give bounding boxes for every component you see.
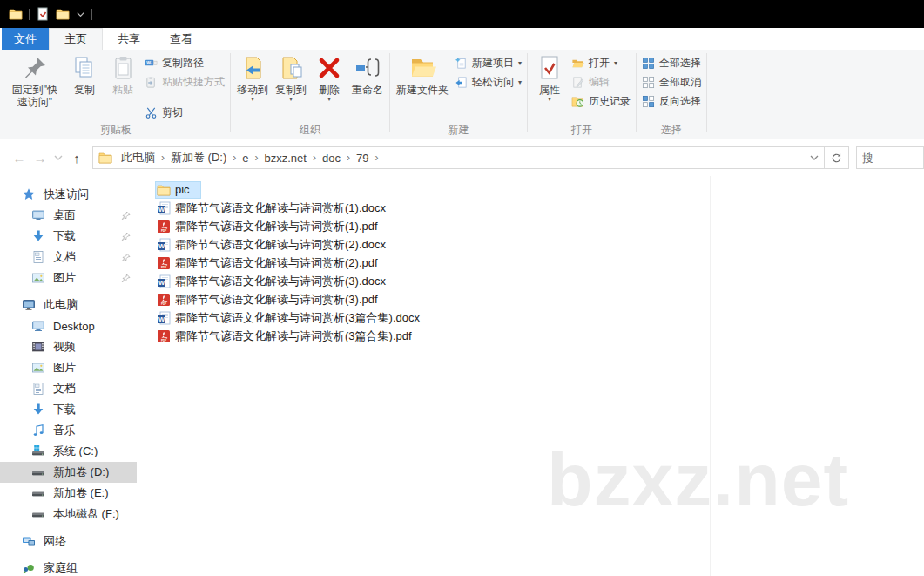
breadcrumb-separator-icon[interactable]: › <box>253 152 261 164</box>
sidebar-item[interactable]: 网络 <box>0 531 137 552</box>
file-name: 霜降节气谚语文化解读与诗词赏析(2).docx <box>175 237 386 253</box>
sidebar-item[interactable]: 图片 <box>0 357 137 378</box>
folder-icon[interactable] <box>56 7 70 21</box>
file-row[interactable]: PDF霜降节气谚语文化解读与诗词赏析(3).pdf <box>155 290 924 308</box>
word-icon: W <box>157 201 171 215</box>
pin-large-button[interactable]: 固定到"快速访问" <box>4 51 65 108</box>
breadcrumb-separator-icon[interactable]: › <box>158 152 167 164</box>
invert-selection-button[interactable]: 反向选择 <box>642 94 701 109</box>
pin-icon <box>121 232 131 241</box>
recent-locations-chevron-icon[interactable] <box>52 153 64 162</box>
copy-path-button[interactable]: W复制路径 <box>145 56 225 71</box>
ribbon-group: 固定到"快速访问"复制粘贴W复制路径粘贴快捷方式剪切剪贴板 <box>2 50 230 139</box>
select-none-button[interactable]: 全部取消 <box>642 75 701 90</box>
paste-shortcut-button[interactable]: 粘贴快捷方式 <box>145 75 225 90</box>
file-row[interactable]: W霜降节气谚语文化解读与诗词赏析(3).docx <box>155 272 924 290</box>
sidebar-item[interactable]: 本地磁盘 (F:) <box>0 504 137 525</box>
breadcrumb-item[interactable]: e <box>239 152 252 165</box>
sidebar-item[interactable]: 下载 <box>0 226 137 247</box>
up-icon[interactable]: ↑ <box>66 151 87 166</box>
open-button[interactable]: 打开▾ <box>571 56 631 71</box>
copy-button[interactable]: 复制 <box>65 51 104 96</box>
easy-access-button[interactable]: 轻松访问▾ <box>455 75 522 90</box>
sidebar-item[interactable]: 家庭组 <box>0 558 137 576</box>
file-row[interactable]: W霜降节气谚语文化解读与诗词赏析(3篇合集).docx <box>155 308 924 327</box>
forward-icon[interactable]: → <box>30 151 51 166</box>
tab-0[interactable]: 主页 <box>49 28 103 50</box>
refresh-button[interactable] <box>825 146 849 169</box>
new-folder-button[interactable]: 新建文件夹 <box>393 51 452 96</box>
button-label: 全部取消 <box>659 75 701 90</box>
breadcrumb[interactable]: 此电脑›新加卷 (D:)›e›bzxz.net›doc›79› <box>92 146 825 169</box>
breadcrumb-separator-icon[interactable]: › <box>310 152 319 164</box>
properties-button[interactable]: 属性▾ <box>530 51 569 103</box>
file-name: 霜降节气谚语文化解读与诗词赏析(3篇合集).docx <box>175 310 420 326</box>
sidebar-item-label: 网络 <box>44 533 66 549</box>
delete-button[interactable]: 删除▾ <box>310 51 348 103</box>
sidebar-item[interactable]: 此电脑 <box>0 295 137 315</box>
file-row[interactable]: PDF霜降节气谚语文化解读与诗词赏析(2).pdf <box>155 254 924 272</box>
sidebar-item-label: 桌面 <box>53 207 76 223</box>
properties-qat-icon[interactable] <box>36 7 50 21</box>
breadcrumb-separator-icon[interactable]: › <box>372 152 381 164</box>
file-row-content: PDF霜降节气谚语文化解读与诗词赏析(3).pdf <box>155 290 389 309</box>
paste-button[interactable]: 粘贴 <box>104 51 142 96</box>
tab-1[interactable]: 共享 <box>103 28 155 50</box>
downloads-icon <box>31 229 45 243</box>
drive-icon <box>31 507 45 521</box>
sidebar-section: 快速访问桌面下载文档图片 <box>0 184 137 288</box>
sidebar-item[interactable]: 新加卷 (E:) <box>0 483 137 504</box>
breadcrumb-item[interactable]: 新加卷 (D:) <box>167 150 230 166</box>
sidebar-item-label: 下载 <box>53 402 76 417</box>
select-all-icon <box>642 57 655 70</box>
address-dropdown-chevron-icon[interactable] <box>808 152 820 163</box>
breadcrumb-separator-icon[interactable]: › <box>230 152 239 164</box>
breadcrumb-item[interactable]: doc <box>319 152 344 165</box>
tab-2[interactable]: 查看 <box>155 28 207 50</box>
breadcrumb-item[interactable]: bzxz.net <box>261 152 310 165</box>
history-button[interactable]: 历史记录 <box>571 94 631 109</box>
new-item-icon <box>455 57 468 70</box>
folder-icon[interactable] <box>9 7 23 21</box>
ribbon-group: 移动到▾复制到▾删除▾重命名组织 <box>231 50 389 139</box>
sidebar-item[interactable]: 音乐 <box>0 420 137 441</box>
sidebar-item-label: 图片 <box>53 270 76 286</box>
file-menu-button[interactable]: 文件 <box>2 28 49 50</box>
sidebar-item[interactable]: 文档 <box>0 378 137 399</box>
sidebar-item[interactable]: 系统 (C:) <box>0 441 137 462</box>
button-label: 复制到 <box>275 84 307 96</box>
svg-text:PDF: PDF <box>161 266 166 269</box>
cut-button[interactable]: 剪切 <box>145 105 225 120</box>
sidebar-item[interactable]: 桌面 <box>0 205 137 226</box>
sidebar-item[interactable]: Desktop <box>0 315 137 336</box>
file-row[interactable]: W霜降节气谚语文化解读与诗词赏析(2).docx <box>155 235 924 254</box>
button-label: 轻松访问 <box>472 75 514 90</box>
file-row[interactable]: PDF霜降节气谚语文化解读与诗词赏析(1).pdf <box>155 217 924 235</box>
sidebar-item[interactable]: 新加卷 (D:) <box>0 462 137 483</box>
sidebar-item[interactable]: 文档 <box>0 247 137 268</box>
file-name: 霜降节气谚语文化解读与诗词赏析(1).pdf <box>175 219 378 234</box>
file-row[interactable]: pic <box>155 180 924 199</box>
breadcrumb-separator-icon[interactable]: › <box>344 152 353 164</box>
file-row[interactable]: PDF霜降节气谚语文化解读与诗词赏析(3篇合集).pdf <box>155 327 924 345</box>
breadcrumb-item[interactable]: 此电脑 <box>118 150 158 166</box>
select-all-button[interactable]: 全部选择 <box>642 56 701 71</box>
new-item-button[interactable]: 新建项目▾ <box>455 56 522 71</box>
search-input[interactable] <box>856 146 924 169</box>
rename-button[interactable]: 重命名 <box>348 51 387 96</box>
sidebar-item[interactable]: 快速访问 <box>0 184 137 205</box>
edit-button[interactable]: 编辑 <box>571 75 631 90</box>
sidebar-item[interactable]: 下载 <box>0 399 137 420</box>
back-icon[interactable]: ← <box>9 151 30 166</box>
button-label: 打开 <box>589 56 610 71</box>
file-row[interactable]: W霜降节气谚语文化解读与诗词赏析(1).docx <box>155 199 924 217</box>
sidebar-item[interactable]: 图片 <box>0 268 137 288</box>
chevron-down-icon[interactable] <box>76 10 85 19</box>
ribbon-group-label: 组织 <box>233 124 387 139</box>
move-to-button[interactable]: 移动到▾ <box>233 51 272 103</box>
copy-to-button[interactable]: 复制到▾ <box>272 51 310 103</box>
breadcrumb-item[interactable]: 79 <box>353 152 372 165</box>
dropdown-caret-icon: ▾ <box>548 96 551 103</box>
sidebar-item-label: 家庭组 <box>44 560 78 576</box>
sidebar-item[interactable]: 视频 <box>0 336 137 357</box>
